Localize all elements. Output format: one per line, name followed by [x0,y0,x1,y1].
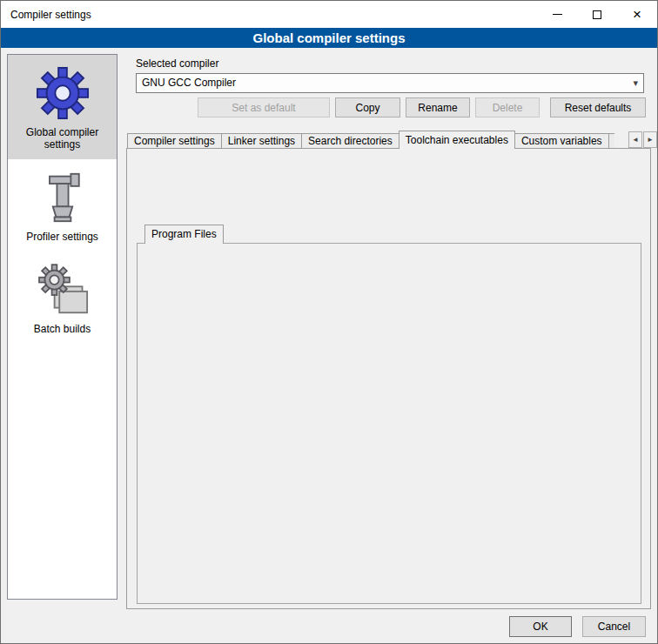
selected-compiler-label: Selected compiler [136,57,218,70]
tab-toolchain-executables[interactable]: Toolchain executables [399,131,515,149]
tab-search-directories[interactable]: Search directories [301,133,400,149]
maximize-button[interactable] [577,1,617,28]
page-title: Global compiler settings [1,28,657,48]
minimize-button[interactable] [537,1,577,28]
maximize-icon [593,10,601,19]
tab-program-files[interactable]: Program Files [144,225,224,244]
copy-button[interactable]: Copy [335,97,400,117]
tab-linker-settings[interactable]: Linker settings [221,133,302,149]
settings-category-list: Global compiler settings Profiler settin… [7,54,118,600]
tab-build[interactable]: Build [608,133,614,149]
set-as-default-button[interactable]: Set as default [198,97,330,117]
cancel-button[interactable]: Cancel [582,616,646,637]
tab-scroll-right-button[interactable]: ► [643,131,657,148]
blue-gear-icon [36,66,90,120]
close-button[interactable]: × [617,1,657,28]
compiler-actions: Set as default Copy Rename Delete Reset … [136,97,646,117]
compiler-select-value: GNU GCC Compiler [142,77,236,89]
close-icon: × [633,7,641,22]
settings-tabstrip: Compiler settingsLinker settingsSearch d… [127,131,614,149]
sidebar-item-label: Profiler settings [10,231,115,243]
tab-scroll-left-button[interactable]: ◄ [628,131,642,148]
sidebar-item-label: Global compiler settings [10,126,115,151]
reset-defaults-button[interactable]: Reset defaults [550,97,646,117]
program-files-panel [137,243,641,604]
minimize-icon [553,14,562,15]
tab-custom-variables[interactable]: Custom variables [514,133,609,149]
profiler-tool-icon [37,171,89,225]
window-title: Compiler settings [10,9,91,21]
delete-button[interactable]: Delete [475,97,540,117]
rename-button[interactable]: Rename [406,97,470,117]
tab-compiler-settings[interactable]: Compiler settings [127,133,222,149]
titlebar[interactable]: Compiler settings × [1,1,657,28]
ok-button[interactable]: OK [509,616,572,637]
scroll-right-icon: ► [647,136,654,144]
compiler-settings-dialog: Compiler settings × Global compiler sett… [0,0,658,644]
compiler-select[interactable]: GNU GCC Compiler ▾ [136,73,644,93]
sidebar-item-profiler-settings[interactable]: Profiler settings [8,159,117,252]
sidebar-item-global-compiler-settings[interactable]: Global compiler settings [8,55,117,159]
chevron-down-icon: ▾ [633,74,638,92]
scroll-left-icon: ◄ [632,136,639,144]
